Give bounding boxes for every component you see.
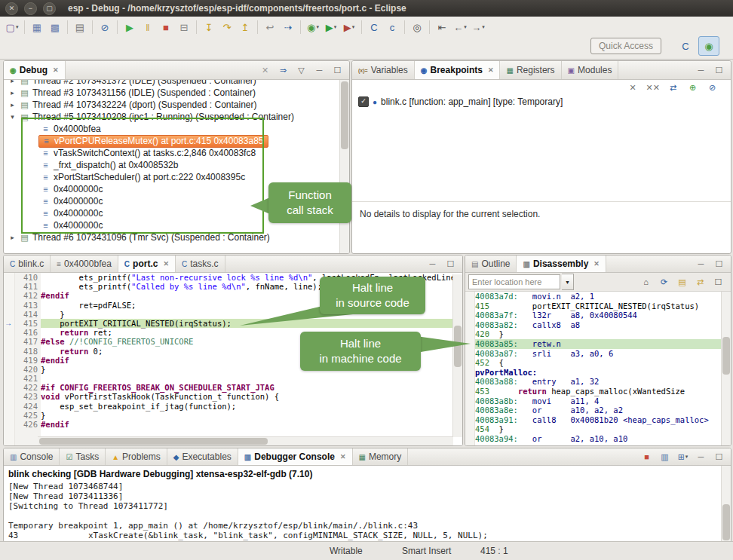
location-dropdown-icon[interactable]: ▼ <box>562 274 574 290</box>
maximize-icon[interactable]: ☐ <box>711 63 727 77</box>
terminate-icon[interactable]: ■ <box>157 19 175 35</box>
run-icon[interactable]: ▶▾ <box>322 19 340 35</box>
stack-frame-row[interactable]: ≡0x4000000c <box>4 207 340 219</box>
external-tools-icon[interactable]: ▶▾ <box>340 19 358 35</box>
instruction-stepping-icon[interactable]: ⇢ <box>279 19 297 35</box>
new-c-project-icon[interactable]: C <box>365 19 383 35</box>
debug-toolbar-menu-icon[interactable]: ⇒ <box>275 63 291 77</box>
close-tab-icon[interactable]: ✕ <box>163 260 169 268</box>
source-code-area[interactable]: ets_printf("Last non-recursive lock %s l… <box>41 273 462 445</box>
skip-all-breakpoints-icon[interactable]: ⊘ <box>704 81 720 94</box>
disconnect-icon[interactable]: ⊟ <box>175 19 193 35</box>
scrollbar-thumb[interactable] <box>341 81 348 149</box>
minimize-button[interactable]: − <box>24 2 37 15</box>
close-button[interactable]: ✕ <box>5 2 18 15</box>
tab-0x4000bfea[interactable]: ≡0x4000bfea <box>51 256 118 272</box>
tab-tasks-c[interactable]: Ctasks.c <box>176 256 225 272</box>
open-console-icon[interactable]: ⊞▾ <box>675 450 691 464</box>
remove-all-breakpoints-icon[interactable]: ✕✕ <box>645 81 661 94</box>
tab-tasks[interactable]: ☑Tasks <box>60 448 106 465</box>
stack-frame-row[interactable]: ≡vPortCPUReleaseMutex() at port.c:415 0x… <box>4 135 340 147</box>
editor-horizontal-scrollbar[interactable] <box>38 436 453 445</box>
scrollbar-thumb[interactable] <box>722 504 730 540</box>
minimize-icon[interactable]: ─ <box>425 257 440 271</box>
quick-access-box[interactable]: Quick Access <box>590 38 661 54</box>
tab-port-c[interactable]: Cport.c✕ <box>118 256 176 272</box>
show-source-icon[interactable]: ▤ <box>674 275 690 289</box>
tab-problems[interactable]: ▲Problems <box>106 448 167 465</box>
maximize-icon[interactable]: ☐ <box>711 450 727 464</box>
stack-frame-row[interactable]: ≡vTaskSwitchContext() at tasks.c:2,846 0… <box>4 147 340 159</box>
terminate-icon[interactable]: ■ <box>639 450 655 464</box>
collapse-arrow-icon[interactable]: ▾ <box>8 113 17 121</box>
debug-thread-row[interactable]: ▸▤Thread #4 1073432224 (dport) (Suspende… <box>4 99 340 111</box>
debug-perspective-button[interactable]: ◉ <box>698 36 719 56</box>
step-over-icon[interactable]: ↷ <box>218 19 236 35</box>
disassembly-code-area[interactable]: 40083a7d: movi.n a2, 1415 portEXIT_CRITI… <box>475 292 722 445</box>
maximize-button[interactable]: ▢ <box>43 2 56 15</box>
expand-arrow-icon[interactable]: ▸ <box>8 80 17 84</box>
scrollbar-thumb[interactable] <box>39 438 268 445</box>
tab-executables[interactable]: ◆Executables <box>167 448 238 465</box>
debug-thread-row[interactable]: ▾▤Thread #5 1073410208 (ipc1 : Running) … <box>4 111 340 123</box>
resume-icon[interactable]: ▶ <box>121 19 139 35</box>
editor-marker-gutter[interactable]: → <box>4 273 15 445</box>
tab-breakpoints[interactable]: ◉Breakpoints✕ <box>415 61 501 79</box>
tab-debug[interactable]: ◉Debug✕ <box>4 61 66 79</box>
debug-thread-row[interactable]: ▸▤Thread #3 1073431156 (IDLE) (Suspended… <box>4 87 340 99</box>
maximize-icon[interactable]: ☐ <box>330 63 345 77</box>
stack-frame-row[interactable]: ≡0x4000000c <box>4 183 340 195</box>
forward-icon[interactable]: →▾ <box>469 19 487 35</box>
link-with-debug-view-icon[interactable]: ⇄ <box>665 81 681 94</box>
stack-frame-row[interactable]: ≡xPortStartScheduler() at port.c:222 0x4… <box>4 171 340 183</box>
minimize-icon[interactable]: ─ <box>693 63 709 77</box>
debug-icon[interactable]: ◉▾ <box>304 19 322 35</box>
expand-arrow-icon[interactable]: ▸ <box>8 89 17 96</box>
home-icon[interactable]: ⌂ <box>638 275 654 289</box>
console-body[interactable]: blink checking [GDB Hardware Debugging] … <box>4 466 722 542</box>
close-tab-icon[interactable]: ✕ <box>53 66 59 74</box>
tab-registers[interactable]: ▦Registers <box>500 61 561 79</box>
remove-breakpoint-icon[interactable]: ✕ <box>625 81 641 94</box>
expand-arrow-icon[interactable]: ▸ <box>8 101 17 109</box>
add-breakpoint-icon[interactable]: ⊕ <box>685 81 701 94</box>
tab-memory[interactable]: ▦Memory <box>353 448 409 465</box>
stack-frame-row[interactable]: ≡0x4000000c <box>4 195 340 207</box>
close-tab-icon[interactable]: ✕ <box>488 66 494 74</box>
sync-selection-icon[interactable]: ⇄ <box>692 275 708 289</box>
minimize-icon[interactable]: ─ <box>693 450 709 464</box>
tab-console[interactable]: ▥Console <box>4 448 60 465</box>
debug-thread-row[interactable]: ▸▤Thread #2 1073431372 (IDLE) (Suspended… <box>4 80 340 87</box>
view-menu-icon[interactable]: ▽ <box>293 63 309 77</box>
maximize-icon[interactable]: ☐ <box>443 257 459 271</box>
debug-scrollbar[interactable] <box>339 80 349 253</box>
open-new-view-icon[interactable]: ☐ <box>710 275 726 289</box>
stack-frame-row[interactable]: ≡0x4000bfea <box>4 123 340 135</box>
display-selected-console-icon[interactable]: ▥ <box>657 450 673 464</box>
scrollbar-thumb[interactable] <box>722 337 730 375</box>
save-icon[interactable]: ▦ <box>28 19 46 35</box>
print-icon[interactable]: ▤ <box>71 19 89 35</box>
last-edit-location-icon[interactable]: ⇤ <box>433 19 451 35</box>
tab-variables[interactable]: (x)=Variables <box>352 61 415 79</box>
step-into-icon[interactable]: ↧ <box>200 19 218 35</box>
scrollbar-thumb[interactable] <box>454 326 462 367</box>
debug-thread-row[interactable]: ▸▤Thread #6 1073431096 (Tmr Svc) (Suspen… <box>4 231 340 243</box>
cpp-perspective-button[interactable]: C <box>675 36 696 56</box>
tab-debugger-console[interactable]: ▥Debugger Console✕ <box>238 448 353 465</box>
expand-arrow-icon[interactable]: ▸ <box>8 234 17 241</box>
suspend-icon[interactable]: ‖ <box>139 19 157 35</box>
maximize-icon[interactable]: ☐ <box>711 257 727 271</box>
close-tab-icon[interactable]: ✕ <box>593 260 600 268</box>
new-c-file-icon[interactable]: c <box>383 19 401 35</box>
remove-terminated-icon[interactable]: ✕ <box>257 63 273 77</box>
editor-vertical-scrollbar[interactable] <box>452 274 462 437</box>
step-return-icon[interactable]: ↥ <box>236 19 254 35</box>
disassembly-scrollbar[interactable] <box>721 292 731 445</box>
skip-all-breakpoints-icon[interactable]: ⊘ <box>96 19 114 35</box>
minimize-icon[interactable]: ─ <box>693 257 709 271</box>
breakpoint-checkbox[interactable]: ✓ <box>358 96 369 107</box>
tab-modules[interactable]: ▣Modules <box>562 61 619 79</box>
breakpoint-item[interactable]: ✓ ● blink.c [function: app_main] [type: … <box>358 96 563 107</box>
console-scrollbar[interactable] <box>721 466 731 542</box>
